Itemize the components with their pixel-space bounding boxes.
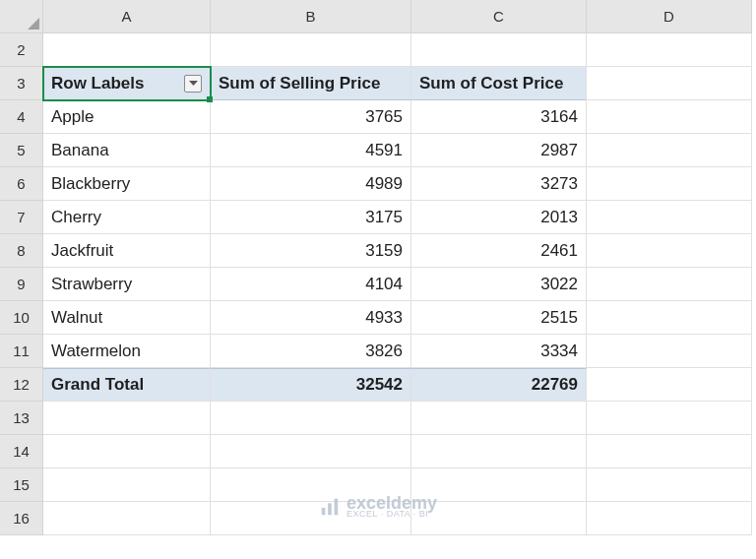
row-header[interactable]: 5 (0, 134, 43, 167)
cell[interactable] (587, 435, 752, 468)
pivot-value-cost[interactable]: 2987 (411, 134, 587, 167)
cell[interactable] (587, 502, 752, 535)
pivot-value-selling[interactable]: 3159 (211, 234, 411, 268)
pivot-value-selling[interactable]: 4933 (211, 301, 411, 335)
pivot-row-labels-header[interactable]: Row Labels (43, 67, 211, 100)
cell[interactable] (211, 402, 411, 435)
pivot-value-cost[interactable]: 2013 (411, 201, 587, 234)
cell[interactable] (587, 167, 752, 201)
row-header[interactable]: 8 (0, 234, 43, 268)
pivot-grand-total-label[interactable]: Grand Total (43, 368, 211, 402)
pivot-value-cost[interactable]: 2461 (411, 234, 587, 268)
pivot-grand-total-cost[interactable]: 22769 (411, 368, 587, 402)
cell[interactable] (587, 268, 752, 301)
pivot-value-selling[interactable]: 4104 (211, 268, 411, 301)
cell[interactable] (587, 402, 752, 435)
pivot-value-selling[interactable]: 4989 (211, 167, 411, 201)
pivot-grand-total-selling[interactable]: 32542 (211, 368, 411, 402)
row-header[interactable]: 6 (0, 167, 43, 201)
cell[interactable] (587, 201, 752, 234)
cell[interactable] (411, 402, 587, 435)
cell[interactable] (43, 402, 211, 435)
row-header[interactable]: 4 (0, 100, 43, 134)
cell[interactable] (587, 468, 752, 502)
pivot-value-cost[interactable]: 2515 (411, 301, 587, 335)
cell[interactable] (587, 368, 752, 402)
row-header[interactable]: 11 (0, 335, 43, 368)
cell[interactable] (411, 502, 587, 535)
row-header[interactable]: 7 (0, 201, 43, 234)
pivot-col-header-cost[interactable]: Sum of Cost Price (411, 67, 587, 100)
cell[interactable] (43, 33, 211, 67)
cell[interactable] (411, 33, 587, 67)
row-header[interactable]: 13 (0, 402, 43, 435)
col-header-B[interactable]: B (211, 0, 411, 33)
pivot-value-cost[interactable]: 3164 (411, 100, 587, 134)
pivot-row-label[interactable]: Blackberry (43, 167, 211, 201)
col-header-D[interactable]: D (587, 0, 752, 33)
pivot-row-label[interactable]: Banana (43, 134, 211, 167)
cell[interactable] (211, 33, 411, 67)
pivot-row-label[interactable]: Jackfruit (43, 234, 211, 268)
row-header[interactable]: 14 (0, 435, 43, 468)
cell[interactable] (211, 502, 411, 535)
col-header-C[interactable]: C (411, 0, 587, 33)
cell[interactable] (211, 468, 411, 502)
row-header[interactable]: 9 (0, 268, 43, 301)
pivot-value-cost[interactable]: 3022 (411, 268, 587, 301)
cell[interactable] (587, 335, 752, 368)
pivot-col-header-selling[interactable]: Sum of Selling Price (211, 67, 411, 100)
pivot-value-selling[interactable]: 4591 (211, 134, 411, 167)
row-header[interactable]: 2 (0, 33, 43, 67)
pivot-row-label[interactable]: Walnut (43, 301, 211, 335)
cell[interactable] (211, 435, 411, 468)
spreadsheet-grid: A B C D 2 3 Row Labels Sum of Selling Pr… (0, 0, 756, 535)
cell[interactable] (587, 134, 752, 167)
pivot-row-label[interactable]: Strawberry (43, 268, 211, 301)
pivot-value-cost[interactable]: 3334 (411, 335, 587, 368)
row-header[interactable]: 16 (0, 502, 43, 535)
row-header[interactable]: 15 (0, 468, 43, 502)
chevron-down-icon (189, 81, 198, 87)
cell[interactable] (411, 435, 587, 468)
row-header[interactable]: 3 (0, 67, 43, 100)
pivot-row-label[interactable]: Watermelon (43, 335, 211, 368)
cell[interactable] (411, 468, 587, 502)
pivot-value-selling[interactable]: 3765 (211, 100, 411, 134)
pivot-value-selling[interactable]: 3826 (211, 335, 411, 368)
cell[interactable] (587, 33, 752, 67)
cell[interactable] (587, 301, 752, 335)
cell[interactable] (43, 502, 211, 535)
pivot-row-labels-text: Row Labels (51, 74, 144, 93)
cell[interactable] (587, 67, 752, 100)
filter-dropdown-button[interactable] (184, 75, 202, 93)
pivot-row-label[interactable]: Apple (43, 100, 211, 134)
row-header[interactable]: 10 (0, 301, 43, 335)
pivot-value-selling[interactable]: 3175 (211, 201, 411, 234)
pivot-row-label[interactable]: Cherry (43, 201, 211, 234)
select-all-corner[interactable] (0, 0, 43, 33)
cell[interactable] (587, 234, 752, 268)
cell[interactable] (43, 468, 211, 502)
cell[interactable] (43, 435, 211, 468)
col-header-A[interactable]: A (43, 0, 211, 33)
pivot-value-cost[interactable]: 3273 (411, 167, 587, 201)
cell[interactable] (587, 100, 752, 134)
row-header[interactable]: 12 (0, 368, 43, 402)
